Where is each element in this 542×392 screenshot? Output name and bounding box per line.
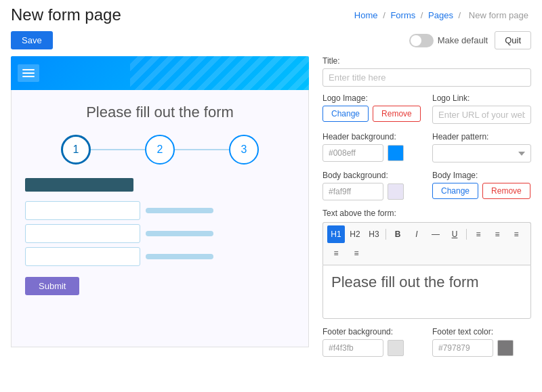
field-box-3 (25, 247, 140, 266)
form-header-bar (11, 56, 309, 90)
title-input[interactable] (322, 68, 531, 87)
field-box-2 (25, 224, 140, 243)
step-2: 2 (145, 135, 175, 165)
form-preview-title: Please fill out the form (25, 104, 295, 121)
toolbar-bold[interactable]: B (389, 225, 406, 243)
toolbar-underline[interactable]: U (446, 225, 463, 243)
footer-bg-input[interactable] (322, 339, 383, 357)
header-bg-input[interactable] (322, 144, 383, 162)
field-row-2 (25, 224, 295, 243)
header-pattern-label: Header pattern: (432, 132, 531, 141)
step-1: 1 (61, 135, 91, 165)
body-bg-swatch[interactable] (388, 183, 404, 200)
make-default-toggle[interactable] (409, 34, 434, 47)
body-bg-label: Body background: (322, 171, 421, 180)
text-above-label: Text above the form: (322, 209, 531, 218)
toolbar-h1[interactable]: H1 (327, 225, 345, 243)
toolbar-strikethrough[interactable]: — (427, 225, 444, 243)
footer-bg-swatch[interactable] (388, 340, 404, 356)
make-default-label: Make default (438, 35, 488, 45)
field-box-1 (25, 201, 140, 220)
field-row-1 (25, 201, 295, 220)
breadcrumb-pages[interactable]: Pages (428, 10, 453, 20)
title-label: Title: (322, 56, 531, 66)
settings-panel: Title: Logo Image: Change Remove Logo Li… (322, 56, 531, 357)
breadcrumb-current: New form page (469, 10, 528, 20)
field-line-1 (146, 208, 213, 213)
header-bg-swatch[interactable] (388, 145, 404, 161)
footer-bg-label: Footer background: (322, 327, 421, 336)
step-line-2 (175, 149, 229, 150)
toolbar-h2[interactable]: H2 (346, 225, 364, 243)
toolbar-align-right[interactable]: ≡ (507, 225, 525, 243)
body-image-label: Body Image: (432, 171, 531, 180)
toolbar-h3[interactable]: H3 (365, 225, 383, 243)
toolbar-align-center[interactable]: ≡ (488, 225, 506, 243)
stepper: 1 2 3 (25, 135, 295, 165)
quit-button[interactable]: Quit (495, 31, 531, 49)
submit-button-preview: Submit (25, 277, 79, 295)
footer-text-color-swatch[interactable] (497, 340, 514, 356)
field-line-2 (146, 231, 213, 236)
breadcrumb-home[interactable]: Home (354, 10, 378, 20)
step-line-1 (91, 149, 145, 150)
header-bg-label: Header background: (322, 132, 421, 141)
editor-content-area[interactable]: Please fill out the form (322, 265, 531, 319)
toggle-knob (411, 35, 421, 46)
page-title: New form page (11, 5, 121, 24)
logo-link-label: Logo Link: (432, 93, 531, 103)
sep-2 (466, 229, 467, 240)
header-pattern-select[interactable] (432, 144, 531, 162)
make-default-toggle-container: Make default (409, 34, 488, 47)
logo-image-label: Logo Image: (322, 93, 421, 103)
body-image-change-button[interactable]: Change (432, 183, 478, 199)
field-dark-bar (25, 178, 133, 192)
footer-text-color-input[interactable] (432, 339, 493, 357)
form-preview-card: Please fill out the form 1 2 3 (11, 90, 309, 347)
toolbar-align-justify[interactable]: ≡ (327, 244, 345, 262)
sep-1 (385, 229, 386, 240)
logo-change-button[interactable]: Change (322, 106, 369, 122)
breadcrumb-forms[interactable]: Forms (390, 10, 415, 20)
body-bg-input[interactable] (322, 183, 383, 200)
footer-text-color-label: Footer text color: (432, 327, 531, 336)
toolbar-italic[interactable]: I (408, 225, 425, 243)
header-menu-icon (18, 64, 39, 82)
save-button[interactable]: Save (11, 31, 53, 49)
body-image-remove-button[interactable]: Remove (482, 183, 530, 199)
logo-remove-button[interactable]: Remove (373, 106, 421, 122)
toolbar-indent[interactable]: ≡ (348, 244, 365, 262)
field-row-3 (25, 247, 295, 266)
logo-link-input[interactable] (432, 106, 531, 124)
field-line-3 (146, 254, 213, 259)
preview-panel: Please fill out the form 1 2 3 (11, 56, 309, 357)
breadcrumb: Home / Forms / Pages / New form page (354, 10, 531, 20)
toolbar-align-left[interactable]: ≡ (470, 225, 487, 243)
editor-toolbar: H1 H2 H3 B I — U ≡ ≡ ≡ ≡ ≡ (322, 222, 531, 265)
step-3: 3 (229, 135, 259, 165)
